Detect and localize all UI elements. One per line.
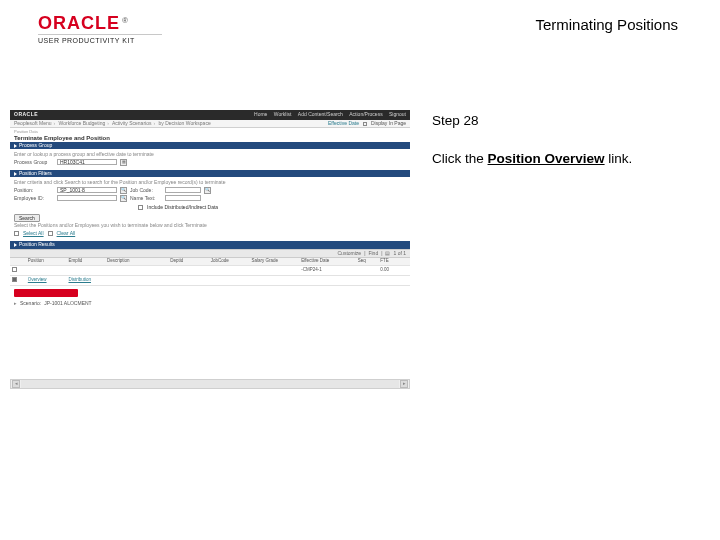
nav-action-process[interactable]: Action/Process [349, 111, 382, 117]
nametext-input[interactable] [165, 195, 201, 201]
crumb-4[interactable]: by Decision Workspace [159, 120, 211, 126]
table-header-row: Position Emplid Description Deptid JobCo… [10, 258, 410, 265]
scroll-right-arrow[interactable]: ▸ [400, 380, 408, 388]
scenario-value: JP-1001 ALOCMENT [44, 301, 92, 307]
collapse-icon [14, 172, 17, 176]
cell-seq [356, 266, 379, 276]
position-overview-link[interactable]: Overview [26, 276, 67, 286]
registered-mark: ® [122, 16, 128, 25]
filters-note: Enter criteria and click Search to searc… [14, 180, 406, 186]
col-seq: Seq [356, 258, 379, 265]
position-input[interactable]: SP_1001·8 [57, 187, 117, 193]
search-button[interactable]: Search [14, 214, 40, 222]
table-row: Overview Distribution [10, 276, 410, 286]
col-jobcode: JobCode [209, 258, 250, 265]
process-group-note: Enter or lookup a process group and effe… [14, 152, 406, 158]
cell-description [105, 266, 168, 276]
select-hint: Select the Positions and/or Employees yo… [14, 223, 406, 229]
scenario-row: ▸ Scenario: JP-1001 ALOCMENT [10, 300, 410, 309]
app-brand: ORACLE [14, 112, 38, 118]
col-effective-date: Effective Date [299, 258, 355, 265]
position-label: Position: [14, 188, 54, 194]
breadcrumb: Peoplesoft Menu› Workforce Budgeting› Ac… [10, 120, 410, 128]
grid-find-link[interactable]: Find [368, 251, 378, 257]
position-distribution-link[interactable]: Distribution [66, 276, 104, 286]
select-all-link[interactable]: Select All [23, 231, 44, 237]
app-screenshot: ORACLE Home Worklist Add Content/Search … [10, 110, 410, 389]
nav-signout[interactable]: Signout [389, 111, 406, 117]
screenshot-column: ORACLE Home Worklist Add Content/Search … [10, 110, 412, 389]
col-deptid: Deptid [168, 258, 209, 265]
select-all-checkbox[interactable] [14, 231, 19, 236]
calendar-icon[interactable]: ▦ [120, 159, 127, 166]
cell-emplid [66, 266, 104, 276]
page-title: Terminate Employee and Position [14, 135, 406, 142]
include-distributed-checkbox[interactable] [138, 205, 143, 210]
crumb-3[interactable]: Activity Scenarios [112, 120, 151, 126]
lookup-icon[interactable]: 🔍 [120, 187, 127, 194]
instruction-link-text: Position Overview [488, 151, 605, 166]
instruction-suffix: link. [605, 151, 633, 166]
employee-id-input[interactable] [57, 195, 117, 201]
grid-customize-link[interactable]: Customize [338, 251, 362, 257]
doc-title: Terminating Positions [535, 16, 678, 33]
page-title-block: Position Data Terminate Employee and Pos… [10, 128, 410, 142]
nav-add-content[interactable]: Add Content/Search [298, 111, 343, 117]
crumb-2[interactable]: Workforce Budgeting [59, 120, 106, 126]
employee-id-label: Employee ID: [14, 196, 54, 202]
col-position: Position [26, 258, 67, 265]
jobcode-input[interactable] [165, 187, 201, 193]
oracle-logo: ORACLE® USER PRODUCTIVITY KIT [38, 14, 162, 44]
process-group-input[interactable]: HR103C41 [57, 159, 117, 165]
cell-deptid [168, 266, 209, 276]
cell-salarygrade [250, 266, 300, 276]
cell-effdate: -CMP24-1 [299, 266, 355, 276]
nametext-label: Name Text: [130, 196, 162, 202]
results-table: Position Emplid Description Deptid JobCo… [10, 258, 410, 286]
nav-home[interactable]: Home [254, 111, 267, 117]
save-row [10, 286, 410, 300]
col-select [10, 258, 26, 265]
instruction-prefix: Click the [432, 151, 488, 166]
instructions-column: Step 28 Click the Position Overview link… [432, 110, 696, 168]
row-select-checkbox[interactable] [12, 277, 17, 282]
include-distributed-wrapper: Include Distributed/Indirect Data [138, 205, 218, 211]
page-subtitle: Position Data [14, 130, 406, 134]
scroll-left-arrow[interactable]: ◂ [12, 380, 20, 388]
scroll-track[interactable] [21, 380, 399, 388]
col-fte: FTE [378, 258, 410, 265]
breadcrumb-trail: Peoplesoft Menu› Workforce Budgeting› Ac… [14, 121, 211, 127]
grid-export-icon[interactable]: ▤ [385, 251, 390, 257]
lookup-icon[interactable]: 🔍 [204, 187, 211, 194]
row-select-checkbox[interactable] [12, 267, 17, 272]
crumb-1[interactable]: Peoplesoft Menu [14, 120, 52, 126]
scenario-label: Scenario: [20, 301, 41, 307]
section-position-results-title: Position Results [19, 242, 55, 248]
table-row: -CMP24-1 0.00 [10, 266, 410, 276]
lookup-icon[interactable]: 🔍 [120, 195, 127, 202]
section-position-filters-header[interactable]: Position Filters [10, 170, 410, 178]
section-position-results-header[interactable]: Position Results [10, 241, 410, 249]
horizontal-scrollbar[interactable]: ◂ ▸ [10, 379, 410, 389]
cell-fte: 0.00 [378, 266, 410, 276]
col-description: Description [105, 258, 168, 265]
oracle-logo-tagline: USER PRODUCTIVITY KIT [38, 34, 162, 44]
display-in-page-checkbox[interactable] [363, 122, 367, 126]
step-label: Step 28 [432, 112, 696, 130]
clear-all-checkbox[interactable] [48, 231, 53, 236]
nav-worklist[interactable]: Worklist [274, 111, 292, 117]
effective-date-link[interactable]: Effective Date [328, 121, 359, 127]
save-terminations-button[interactable] [14, 289, 78, 297]
collapse-icon [14, 243, 17, 247]
process-group-label: Process Group [14, 160, 54, 166]
page-prefs: Effective Date Display In Page [328, 121, 406, 127]
col-salary-grade: Salary Grade [250, 258, 300, 265]
jobcode-label: Job Code: [130, 188, 162, 194]
display-in-page-label: Display In Page [371, 121, 406, 127]
instruction-line: Click the Position Overview link. [432, 150, 696, 168]
clear-all-link[interactable]: Clear All [57, 231, 76, 237]
app-topbar: ORACLE Home Worklist Add Content/Search … [10, 110, 410, 120]
expand-icon[interactable]: ▸ [14, 301, 17, 307]
grid-pager: 1 of 1 [393, 251, 406, 257]
section-process-group-header[interactable]: Process Group [10, 142, 410, 150]
